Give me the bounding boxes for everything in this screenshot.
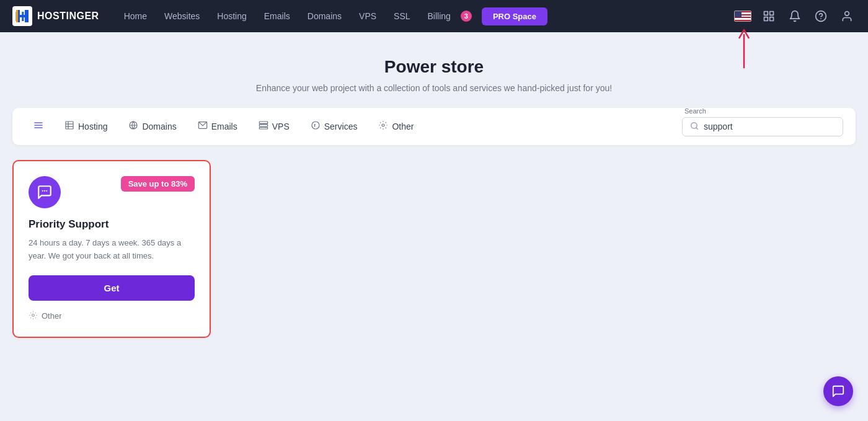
svg-rect-23 (259, 125, 267, 126)
logo[interactable]: H HOSTINGER (12, 6, 99, 26)
vps-tab-label: VPS (272, 122, 290, 131)
card-icon-wrap (29, 176, 61, 208)
services-tab-icon: f (311, 120, 321, 133)
flag-icon[interactable] (734, 11, 751, 22)
services-tab-label: Services (324, 122, 358, 131)
page-subtitle: Enhance your web project with a collecti… (12, 83, 856, 93)
svg-point-30 (42, 190, 43, 192)
svg-rect-7 (770, 12, 774, 16)
search-icon (690, 122, 699, 132)
help-icon[interactable] (812, 7, 830, 25)
domains-tab-label: Domains (142, 122, 176, 131)
navbar: H HOSTINGER Home Websites Hosting Emails… (0, 0, 868, 32)
store-icon[interactable] (760, 7, 777, 25)
search-label: Search (684, 107, 706, 115)
nav-billing[interactable]: Billing (420, 7, 458, 25)
filter-tab-emails[interactable]: Emails (189, 117, 246, 136)
nav-billing-wrap[interactable]: Billing 3 (420, 7, 472, 25)
category-label: Other (42, 311, 62, 321)
svg-line-29 (696, 127, 698, 129)
search-input[interactable] (704, 122, 835, 131)
svg-rect-24 (259, 127, 267, 129)
hosting-tab-icon (64, 120, 74, 133)
svg-rect-8 (770, 17, 774, 21)
svg-rect-17 (66, 122, 73, 129)
category-icon (29, 311, 38, 322)
logo-icon: H (12, 6, 32, 26)
all-icon (33, 120, 43, 133)
svg-rect-22 (259, 122, 267, 123)
save-badge: Save up to 83% (121, 176, 195, 192)
card-grid: Save up to 83% Priority Support 24 hours… (12, 160, 856, 338)
nav-ssl[interactable]: SSL (386, 7, 417, 25)
filter-tab-domains[interactable]: Domains (120, 117, 185, 136)
main-content: Power store Enhance your web project wit… (0, 32, 868, 350)
nav-domains[interactable]: Domains (300, 7, 349, 25)
nav-links: Home Websites Hosting Emails Domains VPS… (117, 7, 722, 25)
logo-text: HOSTINGER (37, 11, 99, 22)
emails-tab-label: Emails (211, 122, 237, 131)
nav-right (734, 7, 856, 25)
card-description: 24 hours a day. 7 days a week. 365 days … (29, 237, 195, 263)
svg-rect-9 (764, 17, 768, 21)
svg-point-33 (32, 314, 35, 316)
search-wrap: Search (682, 117, 843, 136)
filter-tab-other[interactable]: Other (370, 117, 422, 136)
hosting-tab-label: Hosting (78, 122, 107, 131)
filter-tab-all[interactable] (25, 117, 52, 136)
card-category: Other (29, 311, 195, 322)
get-button[interactable]: Get (29, 275, 195, 301)
chat-bubble[interactable] (823, 376, 853, 406)
svg-point-27 (382, 124, 384, 126)
svg-text:f: f (314, 123, 316, 128)
chat-icon (831, 384, 845, 398)
nav-vps[interactable]: VPS (352, 7, 384, 25)
emails-tab-icon (198, 120, 208, 133)
filter-tab-services[interactable]: f Services (302, 117, 366, 136)
filter-tab-hosting[interactable]: Hosting (56, 117, 116, 136)
other-tab-icon (378, 120, 388, 133)
pro-space-button[interactable]: PRO Space (482, 7, 547, 25)
nav-hosting[interactable]: Hosting (210, 7, 254, 25)
page-title: Power store (12, 57, 856, 77)
filter-tab-vps[interactable]: VPS (250, 117, 298, 136)
billing-badge: 3 (461, 11, 472, 22)
vps-tab-icon (259, 120, 268, 133)
product-card-priority-support: Save up to 83% Priority Support 24 hours… (12, 160, 211, 338)
filter-bar: Hosting Domains Emails (12, 108, 856, 145)
svg-point-31 (44, 190, 45, 192)
nav-emails[interactable]: Emails (257, 7, 298, 25)
svg-rect-6 (764, 12, 768, 16)
card-title: Priority Support (29, 218, 195, 231)
user-icon[interactable] (838, 7, 856, 25)
filter-tabs: Hosting Domains Emails (25, 117, 422, 136)
other-tab-label: Other (392, 122, 414, 131)
svg-point-12 (845, 12, 849, 16)
svg-marker-5 (16, 10, 18, 22)
bell-icon[interactable] (786, 7, 804, 25)
nav-websites[interactable]: Websites (157, 7, 207, 25)
search-input-wrap (682, 117, 843, 136)
support-icon (37, 184, 53, 200)
domains-tab-icon (128, 120, 138, 133)
svg-point-32 (46, 190, 47, 192)
nav-home[interactable]: Home (117, 7, 154, 25)
